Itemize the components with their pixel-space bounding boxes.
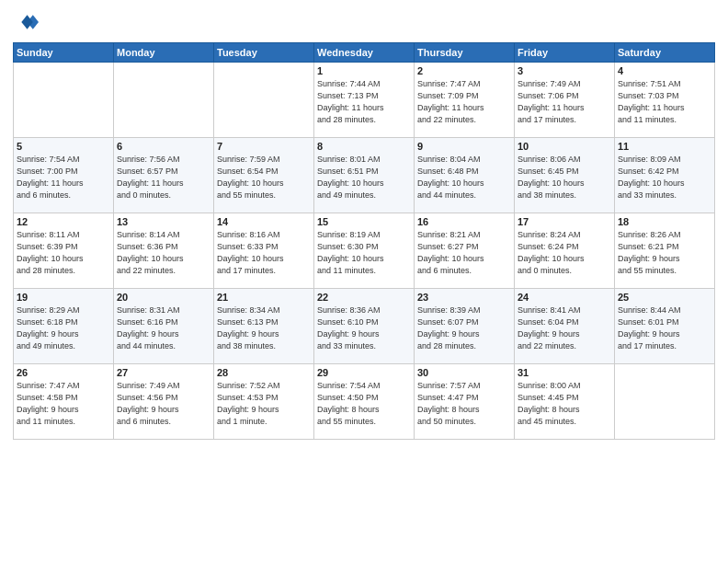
day-info: Sunrise: 8:01 AM Sunset: 6:51 PM Dayligh… xyxy=(317,154,411,201)
logo-icon xyxy=(13,9,39,35)
day-info: Sunrise: 8:36 AM Sunset: 6:10 PM Dayligh… xyxy=(317,304,411,352)
day-cell: 6Sunrise: 7:56 AM Sunset: 6:57 PM Daylig… xyxy=(114,138,214,213)
day-info: Sunrise: 8:06 AM Sunset: 6:45 PM Dayligh… xyxy=(518,154,611,201)
day-cell: 28Sunrise: 7:52 AM Sunset: 4:53 PM Dayli… xyxy=(214,364,314,440)
day-number: 21 xyxy=(217,292,311,303)
day-cell: 15Sunrise: 8:19 AM Sunset: 6:30 PM Dayli… xyxy=(314,213,415,289)
day-number: 11 xyxy=(618,141,711,152)
day-info: Sunrise: 7:54 AM Sunset: 7:00 PM Dayligh… xyxy=(17,154,110,201)
day-info: Sunrise: 8:29 AM Sunset: 6:18 PM Dayligh… xyxy=(17,304,110,352)
day-cell: 24Sunrise: 8:41 AM Sunset: 6:04 PM Dayli… xyxy=(515,289,615,364)
day-number: 29 xyxy=(317,367,411,378)
day-number: 18 xyxy=(618,216,711,227)
col-header-sunday: Sunday xyxy=(14,43,114,63)
day-cell: 22Sunrise: 8:36 AM Sunset: 6:10 PM Dayli… xyxy=(314,289,415,364)
svg-marker-1 xyxy=(21,15,32,29)
col-header-monday: Monday xyxy=(114,43,214,63)
day-cell: 1Sunrise: 7:44 AM Sunset: 7:13 PM Daylig… xyxy=(314,63,415,138)
day-number: 19 xyxy=(17,292,110,303)
day-cell: 26Sunrise: 7:47 AM Sunset: 4:58 PM Dayli… xyxy=(14,364,114,440)
day-number: 6 xyxy=(117,141,210,152)
day-number: 14 xyxy=(217,216,311,227)
header xyxy=(13,9,715,35)
day-info: Sunrise: 7:47 AM Sunset: 4:58 PM Dayligh… xyxy=(17,380,110,428)
day-info: Sunrise: 8:04 AM Sunset: 6:48 PM Dayligh… xyxy=(417,154,511,201)
week-row-5: 26Sunrise: 7:47 AM Sunset: 4:58 PM Dayli… xyxy=(14,364,715,440)
day-cell: 25Sunrise: 8:44 AM Sunset: 6:01 PM Dayli… xyxy=(615,289,715,364)
day-info: Sunrise: 8:24 AM Sunset: 6:24 PM Dayligh… xyxy=(518,229,611,277)
day-number: 26 xyxy=(17,367,110,378)
header-row: SundayMondayTuesdayWednesdayThursdayFrid… xyxy=(14,43,715,63)
day-cell: 7Sunrise: 7:59 AM Sunset: 6:54 PM Daylig… xyxy=(214,138,314,213)
day-info: Sunrise: 8:14 AM Sunset: 6:36 PM Dayligh… xyxy=(117,229,210,277)
day-info: Sunrise: 7:54 AM Sunset: 4:50 PM Dayligh… xyxy=(317,380,411,428)
day-cell: 30Sunrise: 7:57 AM Sunset: 4:47 PM Dayli… xyxy=(415,364,515,440)
day-number: 7 xyxy=(217,141,311,152)
day-cell: 9Sunrise: 8:04 AM Sunset: 6:48 PM Daylig… xyxy=(415,138,515,213)
day-info: Sunrise: 7:44 AM Sunset: 7:13 PM Dayligh… xyxy=(317,78,411,126)
day-number: 25 xyxy=(618,292,711,303)
day-cell: 8Sunrise: 8:01 AM Sunset: 6:51 PM Daylig… xyxy=(314,138,415,213)
week-row-1: 1Sunrise: 7:44 AM Sunset: 7:13 PM Daylig… xyxy=(14,63,715,138)
day-number: 27 xyxy=(117,367,210,378)
day-cell: 29Sunrise: 7:54 AM Sunset: 4:50 PM Dayli… xyxy=(314,364,415,440)
day-number: 15 xyxy=(317,216,411,227)
col-header-thursday: Thursday xyxy=(415,43,515,63)
day-cell: 2Sunrise: 7:47 AM Sunset: 7:09 PM Daylig… xyxy=(415,63,515,138)
day-info: Sunrise: 8:39 AM Sunset: 6:07 PM Dayligh… xyxy=(417,304,511,352)
day-info: Sunrise: 7:56 AM Sunset: 6:57 PM Dayligh… xyxy=(117,154,210,201)
day-cell: 16Sunrise: 8:21 AM Sunset: 6:27 PM Dayli… xyxy=(415,213,515,289)
day-info: Sunrise: 7:49 AM Sunset: 4:56 PM Dayligh… xyxy=(117,380,210,428)
day-cell: 10Sunrise: 8:06 AM Sunset: 6:45 PM Dayli… xyxy=(515,138,615,213)
day-info: Sunrise: 7:49 AM Sunset: 7:06 PM Dayligh… xyxy=(518,78,611,126)
day-cell: 5Sunrise: 7:54 AM Sunset: 7:00 PM Daylig… xyxy=(14,138,114,213)
day-number: 31 xyxy=(518,367,611,378)
day-number: 10 xyxy=(518,141,611,152)
day-number: 13 xyxy=(117,216,210,227)
week-row-3: 12Sunrise: 8:11 AM Sunset: 6:39 PM Dayli… xyxy=(14,213,715,289)
day-number: 23 xyxy=(417,292,511,303)
day-number: 4 xyxy=(618,65,711,76)
day-cell: 27Sunrise: 7:49 AM Sunset: 4:56 PM Dayli… xyxy=(114,364,214,440)
day-cell xyxy=(214,63,314,138)
day-info: Sunrise: 8:19 AM Sunset: 6:30 PM Dayligh… xyxy=(317,229,411,277)
day-cell: 4Sunrise: 7:51 AM Sunset: 7:03 PM Daylig… xyxy=(615,63,715,138)
day-cell xyxy=(114,63,214,138)
day-cell: 11Sunrise: 8:09 AM Sunset: 6:42 PM Dayli… xyxy=(615,138,715,213)
day-info: Sunrise: 8:34 AM Sunset: 6:13 PM Dayligh… xyxy=(217,304,311,352)
logo xyxy=(13,9,42,35)
day-cell: 31Sunrise: 8:00 AM Sunset: 4:45 PM Dayli… xyxy=(515,364,615,440)
day-number: 2 xyxy=(417,65,511,76)
day-info: Sunrise: 8:09 AM Sunset: 6:42 PM Dayligh… xyxy=(618,154,711,201)
calendar-table: SundayMondayTuesdayWednesdayThursdayFrid… xyxy=(13,42,715,440)
day-number: 12 xyxy=(17,216,110,227)
day-info: Sunrise: 7:57 AM Sunset: 4:47 PM Dayligh… xyxy=(417,380,511,428)
day-number: 17 xyxy=(518,216,611,227)
day-cell xyxy=(615,364,715,440)
day-info: Sunrise: 8:31 AM Sunset: 6:16 PM Dayligh… xyxy=(117,304,210,352)
day-info: Sunrise: 8:11 AM Sunset: 6:39 PM Dayligh… xyxy=(17,229,110,277)
page: SundayMondayTuesdayWednesdayThursdayFrid… xyxy=(0,0,728,563)
day-info: Sunrise: 8:21 AM Sunset: 6:27 PM Dayligh… xyxy=(417,229,511,277)
day-number: 16 xyxy=(417,216,511,227)
day-number: 30 xyxy=(417,367,511,378)
day-cell xyxy=(14,63,114,138)
day-info: Sunrise: 8:41 AM Sunset: 6:04 PM Dayligh… xyxy=(518,304,611,352)
day-info: Sunrise: 7:59 AM Sunset: 6:54 PM Dayligh… xyxy=(217,154,311,201)
day-cell: 23Sunrise: 8:39 AM Sunset: 6:07 PM Dayli… xyxy=(415,289,515,364)
day-number: 3 xyxy=(518,65,611,76)
day-number: 22 xyxy=(317,292,411,303)
col-header-wednesday: Wednesday xyxy=(314,43,415,63)
day-number: 8 xyxy=(317,141,411,152)
day-cell: 14Sunrise: 8:16 AM Sunset: 6:33 PM Dayli… xyxy=(214,213,314,289)
day-info: Sunrise: 8:44 AM Sunset: 6:01 PM Dayligh… xyxy=(618,304,711,352)
day-cell: 19Sunrise: 8:29 AM Sunset: 6:18 PM Dayli… xyxy=(14,289,114,364)
day-cell: 17Sunrise: 8:24 AM Sunset: 6:24 PM Dayli… xyxy=(515,213,615,289)
day-cell: 20Sunrise: 8:31 AM Sunset: 6:16 PM Dayli… xyxy=(114,289,214,364)
day-info: Sunrise: 8:16 AM Sunset: 6:33 PM Dayligh… xyxy=(217,229,311,277)
day-number: 1 xyxy=(317,65,411,76)
day-number: 20 xyxy=(117,292,210,303)
day-number: 9 xyxy=(417,141,511,152)
col-header-friday: Friday xyxy=(515,43,615,63)
week-row-4: 19Sunrise: 8:29 AM Sunset: 6:18 PM Dayli… xyxy=(14,289,715,364)
